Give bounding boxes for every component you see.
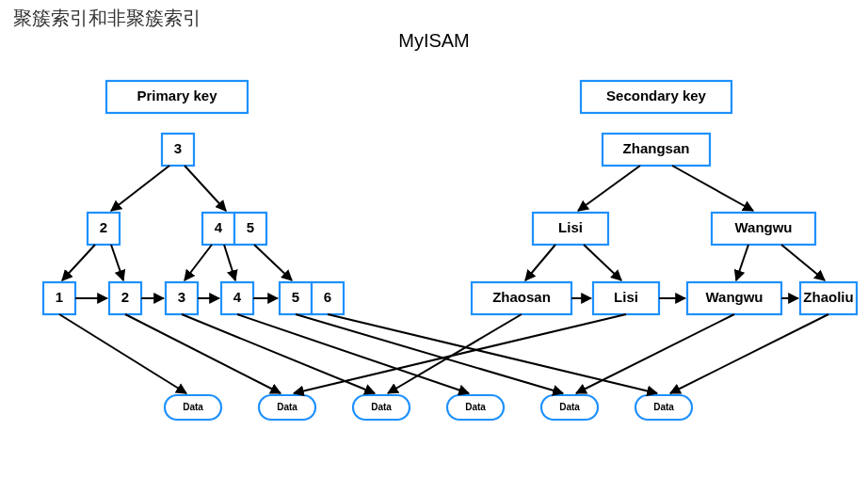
secondary-tree: Secondary key Zhangsan Lisi Wangwu Zhaos… — [472, 81, 857, 314]
data-row: Data Data Data Data Data Data — [165, 395, 692, 420]
svg-text:Data: Data — [465, 402, 486, 412]
svg-line-42 — [578, 166, 640, 211]
svg-text:3: 3 — [178, 289, 185, 305]
svg-line-17 — [111, 166, 169, 211]
svg-text:2: 2 — [121, 289, 129, 305]
svg-text:Zhaoliu: Zhaoliu — [803, 289, 853, 305]
svg-line-72 — [670, 314, 828, 393]
svg-text:6: 6 — [324, 289, 331, 305]
svg-line-46 — [736, 245, 748, 280]
diagram-title: MyISAM — [398, 30, 470, 51]
svg-line-71 — [576, 314, 734, 393]
svg-text:5: 5 — [292, 289, 299, 305]
svg-text:1: 1 — [56, 289, 63, 305]
svg-text:Wangwu: Wangwu — [734, 219, 792, 235]
svg-line-70 — [294, 314, 626, 393]
secondary-header: Secondary key — [606, 88, 707, 104]
svg-text:Data: Data — [277, 402, 297, 412]
svg-line-69 — [388, 314, 522, 393]
svg-line-23 — [254, 245, 292, 280]
svg-line-67 — [296, 314, 563, 393]
svg-line-47 — [781, 245, 825, 280]
myisam-index-diagram: 聚簇索引和非聚簇索引 MyISAM Primary key 3 2 4 5 1 … — [0, 0, 868, 478]
primary-l2-2: 5 — [247, 219, 254, 235]
svg-line-45 — [584, 245, 621, 280]
svg-line-22 — [224, 245, 235, 280]
svg-text:Lisi: Lisi — [614, 289, 638, 305]
svg-text:Data: Data — [183, 402, 203, 412]
svg-line-64 — [125, 314, 281, 393]
svg-line-21 — [185, 245, 212, 280]
primary-l2-0: 2 — [100, 219, 107, 235]
svg-line-68 — [328, 314, 657, 393]
svg-line-66 — [237, 314, 469, 393]
svg-line-43 — [672, 166, 753, 211]
svg-text:Wangwu: Wangwu — [705, 289, 763, 305]
primary-root: 3 — [174, 140, 182, 156]
secondary-root: Zhangsan — [623, 140, 690, 156]
svg-text:4: 4 — [233, 289, 242, 305]
svg-text:Lisi: Lisi — [558, 219, 583, 235]
svg-text:Data: Data — [371, 402, 392, 412]
primary-header: Primary key — [137, 88, 217, 104]
primary-l2-1: 4 — [215, 219, 223, 235]
svg-text:Data: Data — [559, 402, 580, 412]
svg-text:Data: Data — [653, 402, 674, 412]
primary-tree: Primary key 3 2 4 5 1 2 3 4 5 6 — [43, 81, 344, 314]
svg-line-63 — [59, 314, 186, 393]
svg-text:Zhaosan: Zhaosan — [492, 289, 551, 305]
corner-title: 聚簇索引和非聚簇索引 — [13, 8, 201, 28]
svg-line-20 — [111, 245, 123, 280]
svg-line-18 — [185, 166, 226, 211]
svg-line-44 — [525, 245, 555, 280]
svg-line-19 — [62, 245, 95, 280]
